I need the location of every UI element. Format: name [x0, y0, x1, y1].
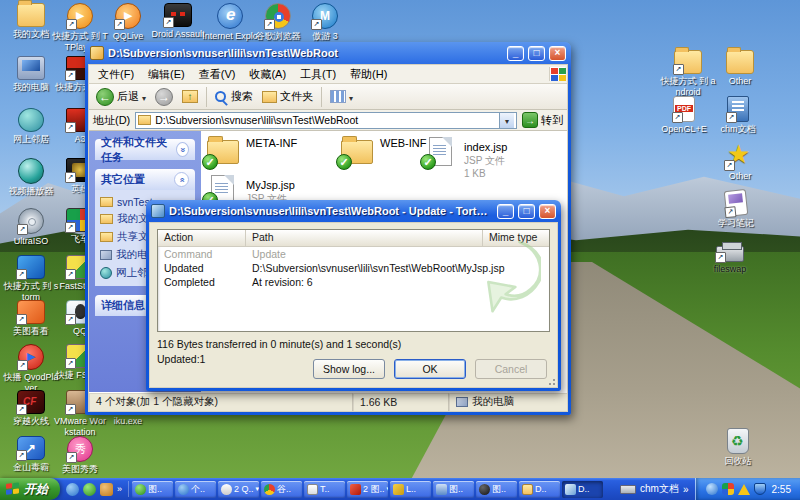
ie-icon[interactable]	[66, 483, 79, 496]
menu-file[interactable]: 文件(F)	[91, 66, 141, 83]
task-button-6-group[interactable]: 2 图..▾	[347, 481, 388, 498]
desktop-icon-opengl-pdf[interactable]: OpenGL+E	[656, 96, 712, 135]
menu-tools[interactable]: 工具(T)	[293, 66, 343, 83]
ie-icon	[217, 3, 243, 29]
desktop-icon-kingsoft[interactable]: 金山毒霸	[3, 436, 59, 473]
desktop-icon-fileswap[interactable]: fileswap	[702, 240, 758, 275]
ok-button[interactable]: OK	[394, 359, 466, 379]
desktop-icon-storm[interactable]: 快捷方式 到 storm	[3, 255, 59, 302]
recycle-bin-icon	[727, 428, 749, 454]
maximize-button[interactable]: □	[528, 46, 545, 61]
desktop-icon-other-folder[interactable]: Other	[712, 50, 768, 87]
desktop-icon-my-computer[interactable]: 我的电脑	[3, 56, 59, 93]
task-button-1[interactable]: 图..	[132, 481, 173, 498]
language-bar[interactable]: chm文档 »	[614, 482, 694, 496]
task-button-11-svn-active[interactable]: D..	[562, 481, 603, 498]
folders-button[interactable]: 文件夹	[259, 88, 316, 105]
quick-launch-more[interactable]: »	[117, 484, 122, 494]
views-button[interactable]	[327, 89, 356, 104]
desktop-icon-maxthon[interactable]: 傲游 3	[297, 3, 353, 42]
windows-flag-icon	[549, 67, 565, 81]
file-index-jsp[interactable]: index.jsp JSP 文件 1 KB	[425, 137, 507, 180]
task-button-3-qq-group[interactable]: 2 Q..▾	[218, 481, 259, 498]
close-button[interactable]: ×	[539, 204, 556, 219]
svn-dialog-titlebar[interactable]: D:\Subversion\svnuser\lili\svnTest\WebRo…	[149, 200, 558, 222]
desktop-icon-my-documents[interactable]: 我的文档	[3, 3, 59, 40]
panel-file-tasks-header[interactable]: 文件和文件夹任务	[95, 139, 195, 160]
chevron-down-icon[interactable]	[176, 142, 189, 157]
desktop-icon-droid-assault[interactable]: Droid Assault	[150, 3, 206, 40]
desktop-icon-recycle-bin[interactable]: 回收站	[710, 428, 766, 467]
column-action[interactable]: Action	[158, 230, 246, 247]
desktop-icon-ultraiso[interactable]: UltraISO	[3, 208, 59, 247]
menu-favorites[interactable]: 收藏(A)	[242, 66, 293, 83]
desktop-icon-network-places[interactable]: 网上邻居	[3, 108, 59, 145]
minimize-button[interactable]: _	[507, 46, 524, 61]
task-button-5[interactable]: T..	[304, 481, 345, 498]
task-button-4-chrome[interactable]: 谷..	[261, 481, 302, 498]
forward-button[interactable]: →	[152, 87, 176, 107]
address-input[interactable]: D:\Subversion\svnuser\lili\svnTest\WebRo…	[135, 112, 517, 129]
book-icon	[727, 96, 749, 122]
warning-icon[interactable]	[738, 484, 750, 495]
menu-help[interactable]: 帮助(H)	[343, 66, 394, 83]
qqlive-icon	[115, 3, 141, 29]
tray-app-icon[interactable]	[706, 483, 718, 495]
chevron-down-icon: ▾	[387, 485, 388, 493]
desktop-icon-qvodplayer[interactable]: 快播 QvodPlayer	[3, 344, 59, 393]
search-button[interactable]: 搜索	[212, 88, 256, 105]
show-log-button[interactable]: Show log...	[313, 359, 385, 379]
desktop-icon-qqlive[interactable]: QQLive	[100, 3, 156, 42]
svn-progress-list[interactable]: Action Path Mime type Command Update Upd…	[157, 229, 550, 332]
computer-icon	[17, 56, 45, 80]
file-web-inf[interactable]: WEB-INF	[341, 137, 426, 167]
start-button[interactable]: 开始	[0, 478, 60, 500]
desktop-icon-android-folder[interactable]: 快捷方式 到 android	[660, 50, 716, 97]
task-button-9[interactable]: 图..	[476, 481, 517, 498]
close-button[interactable]: ×	[549, 46, 566, 61]
keyboard-icon	[620, 485, 636, 494]
desktop-icon-meitu-viewer[interactable]: 美图看看	[3, 300, 59, 337]
folder-icon	[138, 115, 151, 125]
desktop-icon-study-notes[interactable]: 学习笔记	[708, 190, 764, 229]
back-button[interactable]: ←后退	[93, 87, 149, 107]
explorer-titlebar[interactable]: D:\Subversion\svnuser\lili\svnTest\WebRo…	[88, 42, 568, 64]
app-icon	[479, 484, 490, 495]
tray-app-icon[interactable]	[722, 483, 734, 495]
address-dropdown[interactable]	[499, 113, 514, 128]
desktop-icon-crossfire[interactable]: 穿越火线	[3, 390, 59, 427]
svn-check-icon	[336, 154, 352, 170]
resize-grip[interactable]	[546, 376, 556, 386]
language-bar-more[interactable]: »	[683, 484, 689, 495]
security-shield-icon[interactable]	[754, 483, 766, 495]
chevron-up-icon[interactable]	[174, 172, 189, 187]
desktop-icon-other-star[interactable]: Other	[712, 145, 768, 182]
robot-icon	[164, 3, 192, 27]
network-icon	[100, 267, 112, 279]
minimize-button[interactable]: _	[497, 204, 514, 219]
file-meta-inf[interactable]: META-INF	[207, 137, 297, 167]
task-button-7[interactable]: L..	[390, 481, 431, 498]
disc-icon	[18, 208, 44, 234]
svn-transfer-status: 116 Bytes transferred in 0 minute(s) and…	[157, 338, 550, 350]
column-path[interactable]: Path	[246, 230, 483, 247]
windows-flag-icon	[6, 482, 20, 496]
menu-edit[interactable]: 编辑(E)	[141, 66, 192, 83]
go-button[interactable]: →转到	[522, 112, 563, 128]
desktop-icon-chm-doc[interactable]: chm文档	[710, 96, 766, 135]
maximize-button[interactable]: □	[518, 204, 535, 219]
desktop-icon-video-player[interactable]: 视频播放器	[3, 158, 59, 197]
panel-other-places-header[interactable]: 其它位置	[95, 169, 195, 190]
back-dropdown-icon	[142, 91, 146, 103]
computer-icon	[100, 250, 112, 260]
task-button-8[interactable]: 图..	[433, 481, 474, 498]
panel-file-tasks: 文件和文件夹任务	[95, 139, 195, 160]
task-button-10-explorer[interactable]: D..	[519, 481, 560, 498]
menu-view[interactable]: 查看(V)	[192, 66, 243, 83]
app-icon[interactable]	[100, 483, 113, 496]
up-button[interactable]: ↑	[179, 89, 201, 104]
cancel-button[interactable]: Cancel	[475, 359, 547, 379]
desktop-icon-xiuxiu[interactable]: 美图秀秀	[52, 436, 108, 475]
media-icon[interactable]	[83, 483, 96, 496]
task-button-2[interactable]: 个..	[175, 481, 216, 498]
